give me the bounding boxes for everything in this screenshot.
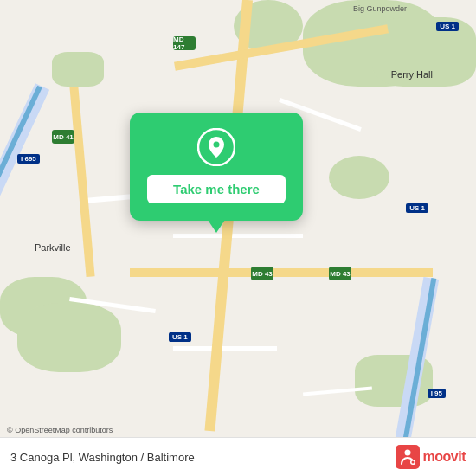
moovit-logo-icon [396, 445, 420, 469]
md41-shield: MD 41 [52, 130, 74, 144]
parkville-label: Parkville [35, 242, 71, 253]
location-pin-icon [197, 128, 235, 166]
us1-label-top: US 1 [436, 22, 459, 31]
local-road [173, 346, 277, 351]
md43-shield-left: MD 43 [251, 267, 273, 280]
svg-point-0 [198, 129, 235, 165]
bottom-bar: 3 Canoga Pl, Washington / Baltimore moov… [0, 437, 476, 476]
svg-point-2 [404, 450, 410, 456]
moovit-logo: moovit [396, 445, 466, 469]
md147-shield: MD 147 [173, 36, 196, 50]
local-road [173, 234, 303, 238]
address-label: 3 Canoga Pl, Washington / Baltimore [10, 451, 195, 464]
moovit-logo-text: moovit [423, 449, 466, 465]
take-me-there-button[interactable]: Take me there [147, 175, 286, 203]
i695-label: I 695 [17, 154, 40, 164]
map-container: MD 147 MD 41 MD 43 MD 43 I 695 US 1 US 1… [0, 0, 476, 476]
road-md43 [130, 268, 433, 277]
i95-label: I 95 [428, 389, 446, 398]
big-gunpowder-label: Big Gunpowder [353, 4, 407, 13]
perry-hall-label: Perry Hall [391, 69, 433, 80]
svg-point-4 [411, 461, 414, 464]
park-area [52, 52, 104, 87]
park-area [17, 303, 121, 372]
popup-card: Take me there [130, 113, 303, 221]
osm-attribution: © OpenStreetMap contributors [7, 426, 113, 434]
us1-label-bottom: US 1 [169, 332, 191, 342]
park-area [329, 156, 389, 199]
us1-label-mid: US 1 [406, 203, 428, 213]
md43-shield-right: MD 43 [329, 267, 351, 280]
